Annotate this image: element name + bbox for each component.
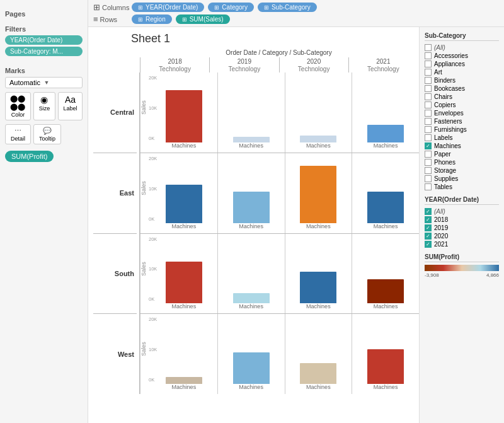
filter-tables[interactable]: Tables: [425, 183, 499, 191]
bar-area-central-2020: [285, 72, 352, 142]
phones-checkbox[interactable]: [425, 159, 432, 166]
category-pill[interactable]: ⊞ Category: [208, 3, 254, 12]
detail-button[interactable]: ⋯ Detail: [5, 124, 31, 144]
region-central: Central: [93, 72, 137, 153]
year-2019-checkbox[interactable]: ✓: [425, 224, 432, 231]
year-2021-item[interactable]: ✓ 2021: [425, 240, 499, 248]
cell-central-2021: Machines: [352, 72, 419, 153]
filter-phones[interactable]: Phones: [425, 158, 499, 166]
fasteners-checkbox[interactable]: [425, 118, 432, 125]
sum-profit-pill[interactable]: SUM(Profit): [5, 151, 54, 162]
filter-chairs[interactable]: Chairs: [425, 93, 499, 101]
xlabel-south-2018: Machines: [151, 303, 217, 313]
copiers-checkbox[interactable]: [425, 101, 432, 108]
envelopes-checkbox[interactable]: [425, 110, 432, 117]
size-button[interactable]: ◉ Size: [33, 92, 55, 120]
binders-checkbox[interactable]: [425, 77, 432, 84]
xlabel-east-2019: Machines: [218, 223, 285, 233]
paper-checkbox[interactable]: [425, 151, 432, 158]
pages-title: Pages: [5, 10, 83, 18]
art-checkbox[interactable]: [425, 69, 432, 76]
filter-all-item[interactable]: (All): [425, 43, 499, 52]
year-2020-checkbox[interactable]: ✓: [425, 233, 432, 240]
tables-checkbox[interactable]: [425, 183, 432, 190]
labels-checkbox[interactable]: [425, 134, 432, 141]
sales-axis-central: Sales: [140, 72, 147, 142]
year-all-checkbox[interactable]: ✓: [425, 208, 432, 215]
cell-west-2018: 20K 10K 0K Machines: [140, 314, 217, 394]
year-2019-item[interactable]: ✓ 2019: [425, 224, 499, 232]
bookcases-checkbox[interactable]: [425, 85, 432, 92]
filter-labels[interactable]: Labels: [425, 134, 499, 142]
sales-axis-east: Sales: [140, 153, 147, 223]
supplies-checkbox[interactable]: [425, 175, 432, 182]
chart-body: Central East South West: [93, 72, 419, 394]
color-button[interactable]: ⬤⬤⬤⬤ Color: [5, 92, 31, 120]
bar-south-2018: [166, 262, 202, 303]
labels-label: Labels: [434, 134, 452, 141]
marks-icons-2: ⋯ Detail 💬 Tooltip: [5, 124, 83, 144]
year-2018-item[interactable]: ✓ 2018: [425, 216, 499, 224]
tooltip-icon: 💬: [43, 127, 52, 135]
furnishings-checkbox[interactable]: [425, 126, 432, 133]
filter-paper[interactable]: Paper: [425, 150, 499, 158]
storage-checkbox[interactable]: [425, 167, 432, 174]
accessories-checkbox[interactable]: [425, 52, 432, 59]
region-labels-col: Central East South West: [93, 72, 140, 394]
accessories-label: Accessories: [434, 52, 468, 59]
chairs-checkbox[interactable]: [425, 93, 432, 100]
y-ticks-east: 20K 10K 0K: [149, 156, 157, 222]
subcat-3: Technology: [348, 66, 418, 72]
label-button[interactable]: Aa Label: [58, 92, 83, 120]
marks-section: Marks Automatic ▼ ⬤⬤⬤⬤ Color ◉ Size Aa L…: [5, 62, 83, 162]
sub-category-pill[interactable]: ⊞ Sub-Category: [258, 3, 317, 12]
filter-envelopes[interactable]: Envelopes: [425, 109, 499, 117]
label-icon: Aa: [65, 95, 76, 105]
marks-title: Marks: [5, 67, 83, 74]
all-checkbox[interactable]: [425, 44, 432, 51]
year-2021-checkbox[interactable]: ✓: [425, 241, 432, 248]
binders-label: Binders: [434, 77, 455, 84]
filter-machines[interactable]: ✓ Machines: [425, 142, 499, 150]
size-icon: ◉: [40, 95, 48, 105]
sub-category-row: Technology Technology Technology Technol…: [140, 66, 418, 72]
filter-binders[interactable]: Binders: [425, 76, 499, 84]
filter-furnishings[interactable]: Furnishings: [425, 125, 499, 134]
bar-area-south-2019: [218, 234, 285, 304]
filter-bookcases[interactable]: Bookcases: [425, 84, 499, 93]
region-pill[interactable]: ⊞ Region: [132, 14, 172, 24]
subcat-1: Technology: [209, 66, 278, 72]
machines-checkbox[interactable]: ✓: [425, 142, 432, 149]
year-2020-item[interactable]: ✓ 2020: [425, 232, 499, 240]
appliances-label: Appliances: [434, 61, 465, 67]
subcat-0: Technology: [140, 66, 209, 72]
bar-central-2020: [300, 136, 336, 142]
marks-icons: ⬤⬤⬤⬤ Color ◉ Size Aa Label: [5, 92, 83, 120]
year-all-label: (All): [434, 208, 445, 215]
cell-south-2021: Machines: [352, 234, 419, 314]
filter-accessories[interactable]: Accessories: [425, 52, 499, 60]
sum-sales-pill[interactable]: ⊞ SUM(Sales): [176, 14, 230, 24]
year-2018-label: 2018: [434, 216, 448, 223]
filter-fasteners[interactable]: Fasteners: [425, 117, 499, 125]
year-2021: 2021: [348, 57, 418, 66]
year-order-date-pill[interactable]: ⊞ YEAR(Order Date): [132, 3, 204, 12]
appliances-checkbox[interactable]: [425, 61, 432, 67]
label-label: Label: [63, 105, 77, 112]
marks-type-dropdown[interactable]: Automatic ▼: [5, 77, 83, 88]
filter-supplies[interactable]: Supplies: [425, 175, 499, 183]
year-all-item[interactable]: ✓ (All): [425, 207, 499, 216]
filter-subcategory-chip[interactable]: Sub-Category: M...: [5, 47, 83, 56]
filter-storage[interactable]: Storage: [425, 166, 499, 175]
xlabel-west-2021: Machines: [352, 384, 419, 394]
sales-axis-south: Sales: [140, 234, 147, 304]
tooltip-button[interactable]: 💬 Tooltip: [33, 124, 61, 144]
filter-appliances[interactable]: Appliances: [425, 60, 499, 68]
filter-year-chip[interactable]: YEAR(Order Date): [5, 35, 83, 45]
bar-area-south-2018: [151, 234, 217, 304]
year-2018-checkbox[interactable]: ✓: [425, 216, 432, 223]
filters-title: Filters: [5, 25, 83, 33]
filter-art[interactable]: Art: [425, 68, 499, 76]
filter-copiers[interactable]: Copiers: [425, 101, 499, 109]
art-label: Art: [434, 69, 442, 76]
